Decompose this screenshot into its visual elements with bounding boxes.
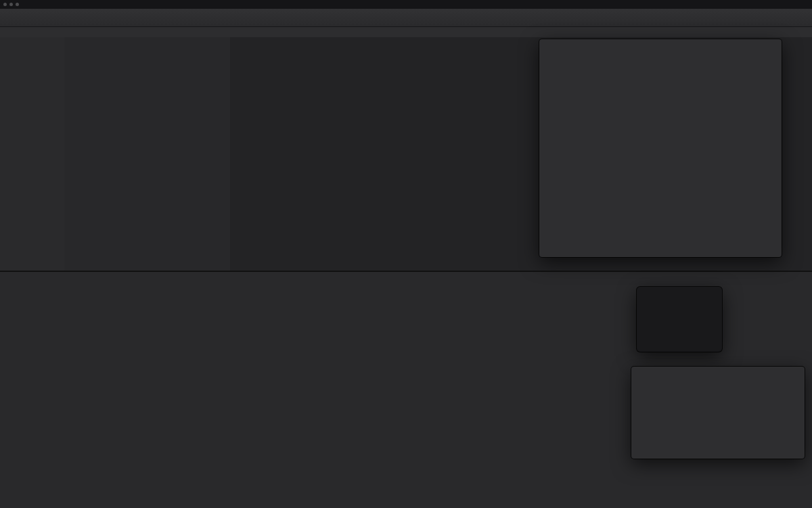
region-inspector bbox=[0, 37, 65, 271]
span-plugin-window bbox=[539, 39, 782, 257]
logic-pro-app bbox=[0, 0, 812, 508]
maag-plugin-window bbox=[631, 367, 805, 459]
tracks-toolbar bbox=[0, 27, 812, 38]
window-titlebar bbox=[0, 0, 812, 9]
zoom-window-icon[interactable] bbox=[16, 3, 19, 6]
close-window-icon[interactable] bbox=[3, 3, 7, 6]
performance-meter-window bbox=[637, 287, 722, 352]
control-bar bbox=[0, 9, 812, 27]
minimize-window-icon[interactable] bbox=[9, 3, 13, 6]
track-header-list bbox=[64, 37, 231, 271]
